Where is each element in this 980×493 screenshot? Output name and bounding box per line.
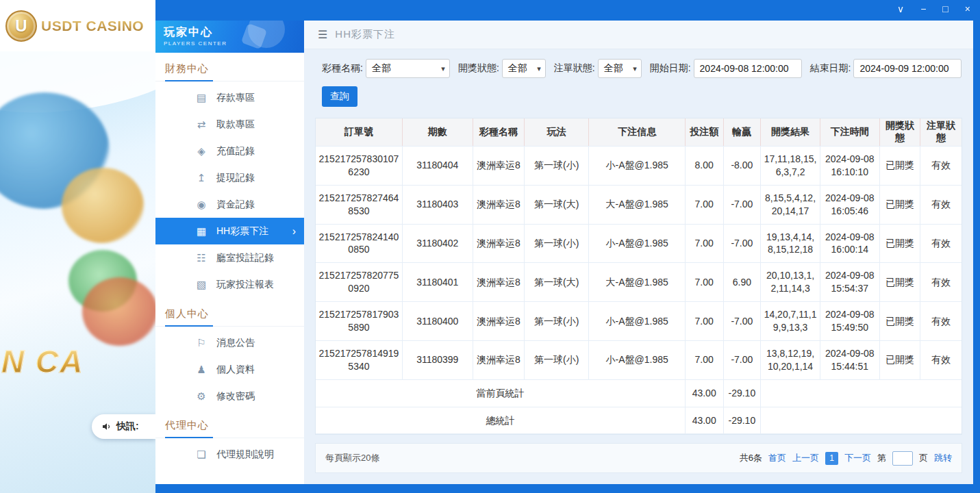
summary-winloss-total: -29.10 xyxy=(723,379,761,407)
table-cell: 大-A盤@1.985 xyxy=(589,185,686,224)
page-size-text: 每頁顯示20條 xyxy=(325,452,379,464)
table-row: 215217257830107623031180404澳洲幸运8第一球(小)小-… xyxy=(316,147,962,186)
summary-bet-total: 43.00 xyxy=(685,379,723,407)
sidebar-item-deposit-zone[interactable]: ▤ 存款專區 xyxy=(155,84,304,111)
table-cell: 有效 xyxy=(920,263,962,302)
maximize-icon[interactable]: □ xyxy=(942,4,948,14)
table-cell: 澳洲幸运8 xyxy=(473,302,524,341)
table-cell: 2024-09-08 16:05:46 xyxy=(820,185,879,224)
close-icon[interactable]: × xyxy=(965,4,970,14)
chevron-down-icon: ▾ xyxy=(537,64,541,73)
sidebar-item-player-bet-report[interactable]: ▧ 玩家投注報表 xyxy=(155,271,304,298)
column-header: 開獎結果 xyxy=(761,118,820,147)
summary-row-current-page: 當前頁統計 43.00 -29.10 xyxy=(316,379,962,407)
chevron-down-icon[interactable]: ∨ xyxy=(897,4,904,14)
table-cell: 2152172578179035890 xyxy=(316,302,402,341)
table-cell: 8,15,5,4,12,20,14,17 xyxy=(761,185,820,224)
person-icon: ♟ xyxy=(195,364,208,376)
deposit-icon: ▤ xyxy=(195,92,208,104)
sidebar-item-change-password[interactable]: ⚙ 修改密碼 xyxy=(155,383,304,409)
jump-button[interactable]: 跳转 xyxy=(934,452,952,464)
sidebar-item-room-bet-records[interactable]: ☷ 廳室投註記錄 xyxy=(155,244,304,271)
art-title-text: N CA xyxy=(1,343,84,380)
table-cell: 31180404 xyxy=(402,147,473,186)
logo-text: USDT CASINO xyxy=(41,18,144,34)
table-cell: 2152172578301076230 xyxy=(316,147,402,186)
table-cell: 小-A盤@1.985 xyxy=(589,147,686,186)
table-cell: 已開獎 xyxy=(879,224,920,263)
first-page-link[interactable]: 首页 xyxy=(768,452,786,464)
table-cell: 第一球(小) xyxy=(525,224,589,263)
chevron-down-icon: ▾ xyxy=(441,64,445,73)
table-header-row: 訂單號期數彩種名稱玩法下注信息投注額輸贏開獎結果下注時間開獎狀態注單狀態 xyxy=(316,118,962,147)
table-row: 215217257820775092031180401澳洲幸运8第一球(大)大-… xyxy=(316,263,962,302)
sidebar-section-personal: 個人中心 ⚐ 消息公告 ♟ 個人資料 ⚙ 修改密碼 xyxy=(155,298,304,409)
sidebar: 玩家中心 PLAYERS CENTER 財務中心 ▤ 存款專區 ⇄ 取款專區 ◈… xyxy=(155,21,304,484)
column-header: 期數 xyxy=(402,118,473,147)
draw-status-select[interactable]: 全部 ▾ xyxy=(502,59,546,78)
start-date-input[interactable] xyxy=(694,59,802,78)
table-cell: 小-A盤@1.985 xyxy=(589,224,686,263)
table-cell: 第一球(大) xyxy=(525,263,589,302)
query-button[interactable]: 查詢 xyxy=(322,86,357,107)
app-window: ∨ − □ × 玩家中心 PLAYERS CENTER 財務中心 ▤ 存款專區 … xyxy=(155,0,980,493)
table-cell: 有效 xyxy=(920,224,962,263)
players-center-header: 玩家中心 PLAYERS CENTER xyxy=(155,21,304,53)
bets-table: 訂單號期數彩種名稱玩法下注信息投注額輸贏開獎結果下注時間開獎狀態注單狀態 215… xyxy=(316,118,962,434)
table-cell: 31180400 xyxy=(402,302,473,341)
cashout-icon: ↥ xyxy=(195,172,208,184)
sidebar-item-announcements[interactable]: ⚐ 消息公告 xyxy=(155,329,304,356)
hamburger-icon[interactable]: ☰ xyxy=(318,28,327,41)
total-count-text: 共6条 xyxy=(740,452,762,464)
table-cell: 2152172578149195340 xyxy=(316,340,402,379)
column-header: 投注額 xyxy=(685,118,723,147)
sidebar-item-withdraw-zone[interactable]: ⇄ 取款專區 xyxy=(155,111,304,138)
table-cell: 7.00 xyxy=(685,340,723,379)
table-cell: 13,8,12,19,10,20,1,14 xyxy=(761,340,820,379)
table-cell: 有效 xyxy=(920,147,962,186)
next-page-link[interactable]: 下一页 xyxy=(844,452,871,464)
column-header: 訂單號 xyxy=(316,118,402,147)
table-row: 215217257824140085031180402澳洲幸运8第一球(小)小-… xyxy=(316,224,962,263)
start-date-label: 開始日期: xyxy=(650,62,691,75)
table-cell: 2152172578207750920 xyxy=(316,263,402,302)
summary-empty xyxy=(761,407,962,434)
sidebar-item-withdrawal-records[interactable]: ↥ 提現記錄 xyxy=(155,164,304,191)
lottery-name-label: 彩種名稱: xyxy=(322,62,363,75)
logo-bar: U USDT CASINO xyxy=(0,0,155,51)
main-area: ☰ HH彩票下注 彩種名稱: 全部 ▾ 開獎狀態: 全部 ▾ 注單狀態: xyxy=(304,21,973,484)
table-cell: -8.00 xyxy=(723,147,761,186)
order-status-select[interactable]: 全部 ▾ xyxy=(598,59,642,78)
sidebar-item-label: 存款專區 xyxy=(216,92,255,104)
sidebar-item-agent-rules[interactable]: ❏ 代理規則說明 xyxy=(155,441,304,468)
sidebar-item-label: 資金記錄 xyxy=(216,199,255,211)
news-flash-button[interactable]: 快訊: xyxy=(92,414,155,439)
current-page-indicator[interactable]: 1 xyxy=(825,452,838,465)
table-cell: 2152172578241400850 xyxy=(316,224,402,263)
sidebar-item-profile[interactable]: ♟ 個人資料 xyxy=(155,356,304,383)
table-cell: 2024-09-08 16:00:14 xyxy=(820,224,879,263)
table-cell: 14,20,7,11,19,9,13,3 xyxy=(761,302,820,341)
sidebar-item-recharge-records[interactable]: ◈ 充值記錄 xyxy=(155,138,304,164)
lottery-name-select[interactable]: 全部 ▾ xyxy=(366,59,450,78)
column-header: 開獎狀態 xyxy=(879,118,920,147)
jump-page-input[interactable] xyxy=(892,451,913,466)
minimize-icon[interactable]: − xyxy=(920,4,926,14)
end-date-input[interactable] xyxy=(853,59,962,78)
prev-page-link[interactable]: 上一页 xyxy=(792,452,819,464)
summary-empty xyxy=(761,379,962,407)
jump-prefix-label: 第 xyxy=(877,452,886,464)
column-header: 下注信息 xyxy=(589,118,686,147)
sidebar-section-agent: 代理中心 ❏ 代理規則說明 xyxy=(155,409,304,468)
sidebar-item-label: HH彩票下注 xyxy=(216,225,268,238)
funds-icon: ◉ xyxy=(195,199,208,211)
sidebar-item-hh-lottery-bets[interactable]: ▦ HH彩票下注 › xyxy=(155,218,304,244)
table-cell: 澳洲幸运8 xyxy=(473,263,524,302)
sidebar-item-funds-records[interactable]: ◉ 資金記錄 xyxy=(155,191,304,218)
table-cell: 有效 xyxy=(920,340,962,379)
gear-icon: ⚙ xyxy=(195,390,208,403)
select-value: 全部 xyxy=(372,62,391,75)
window-titlebar: ∨ − □ × xyxy=(155,0,980,21)
promo-art: N CA 快訊: xyxy=(0,51,155,493)
document-icon: ❏ xyxy=(195,448,208,461)
